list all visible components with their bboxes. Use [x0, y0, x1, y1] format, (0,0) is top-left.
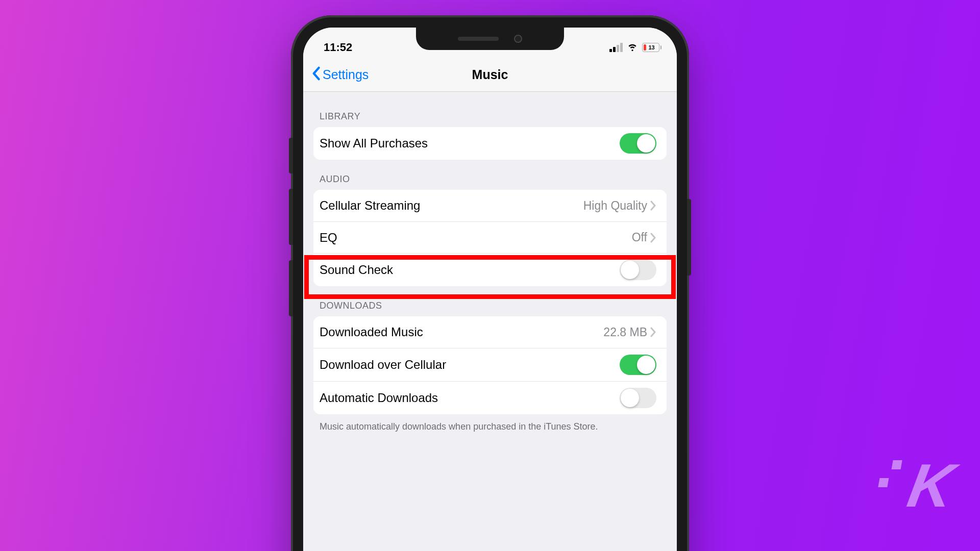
settings-content: LIBRARY Show All Purchases AUDIO Cellula…	[303, 92, 677, 433]
cellular-signal-icon	[609, 43, 623, 52]
row-label: Cellular Streaming	[320, 198, 420, 213]
row-value: High Quality	[583, 199, 647, 213]
row-download-over-cellular[interactable]: Download over Cellular	[313, 348, 667, 381]
row-label: Downloaded Music	[320, 325, 423, 339]
phone-camera	[514, 35, 522, 43]
group-library: Show All Purchases	[313, 127, 667, 160]
row-label: Sound Check	[320, 263, 393, 277]
row-automatic-downloads[interactable]: Automatic Downloads	[313, 381, 667, 414]
row-downloaded-music[interactable]: Downloaded Music 22.8 MB	[313, 316, 667, 348]
row-show-all-purchases[interactable]: Show All Purchases	[313, 127, 667, 160]
status-time: 11:52	[324, 41, 352, 54]
chevron-right-icon	[650, 233, 656, 243]
phone-side-button	[289, 189, 293, 245]
row-label: Download over Cellular	[320, 358, 446, 372]
back-label: Settings	[323, 67, 369, 82]
phone-screen: 11:52 13	[303, 28, 677, 551]
section-header-downloads: DOWNLOADS	[303, 286, 677, 316]
chevron-right-icon	[650, 201, 656, 211]
phone-notch	[416, 28, 564, 50]
phone-side-button	[289, 138, 293, 173]
phone-side-button	[687, 199, 691, 276]
page-title: Music	[472, 67, 508, 82]
toggle-automatic-downloads[interactable]	[620, 388, 656, 408]
row-label: Automatic Downloads	[320, 391, 438, 405]
section-header-audio: AUDIO	[303, 160, 677, 190]
row-value: 22.8 MB	[603, 325, 647, 339]
nav-bar: Settings Music	[303, 58, 677, 92]
back-button[interactable]: Settings	[311, 66, 369, 84]
row-label: Show All Purchases	[320, 136, 428, 151]
battery-percent: 13	[644, 44, 660, 51]
group-downloads: Downloaded Music 22.8 MB Download over C…	[313, 316, 667, 414]
battery-icon: 13	[642, 43, 662, 52]
group-audio: Cellular Streaming High Quality EQ Off	[313, 190, 667, 286]
section-footer-downloads: Music automatically downloads when purch…	[303, 414, 677, 433]
phone-side-button	[289, 260, 293, 316]
watermark-logo: K	[903, 450, 955, 520]
section-header-library: LIBRARY	[303, 97, 677, 127]
toggle-download-over-cellular[interactable]	[620, 355, 656, 375]
phone-frame: 11:52 13	[291, 15, 689, 551]
chevron-right-icon	[650, 327, 656, 337]
row-value: Off	[632, 231, 647, 244]
row-cellular-streaming[interactable]: Cellular Streaming High Quality	[313, 190, 667, 221]
toggle-sound-check[interactable]	[620, 260, 656, 280]
row-eq[interactable]: EQ Off	[313, 221, 667, 253]
status-indicators: 13	[609, 41, 662, 54]
toggle-show-all-purchases[interactable]	[620, 133, 656, 154]
row-sound-check[interactable]: Sound Check	[313, 253, 667, 286]
row-label: EQ	[320, 231, 337, 245]
wifi-icon	[627, 41, 638, 54]
phone-speaker	[458, 37, 499, 41]
chevron-left-icon	[311, 66, 323, 84]
